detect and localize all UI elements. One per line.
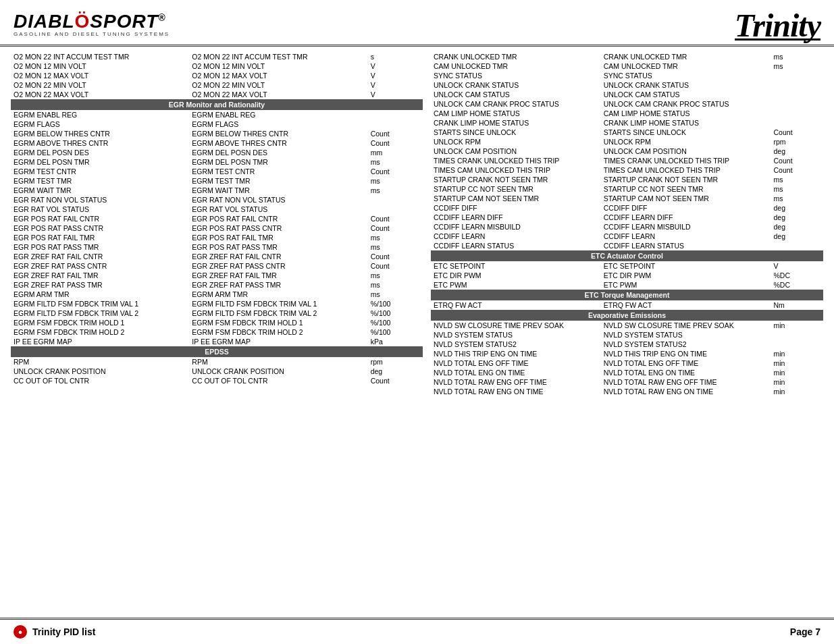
pid-unit: deg bbox=[771, 232, 823, 241]
trinity-logo: Trinity bbox=[735, 7, 820, 41]
pid-unit: V bbox=[368, 71, 423, 80]
pid-description: CCDIFF LEARN bbox=[601, 232, 771, 241]
right-column: CRANK UNLOCKED TMRCRANK UNLOCKED TMRmsCA… bbox=[431, 52, 823, 396]
pid-description: STARTUP CAM NOT SEEN TMR bbox=[601, 194, 771, 203]
pid-description: EGRM FILTD FSM FDBCK TRIM VAL 2 bbox=[189, 308, 367, 318]
pid-unit: mm bbox=[368, 148, 423, 157]
pid-description: UNLOCK RPM bbox=[601, 137, 771, 146]
pid-description: EGR ZREF RAT FAIL CNTR bbox=[189, 252, 367, 261]
table-row: EGR ZREF RAT PASS TMREGR ZREF RAT PASS T… bbox=[11, 280, 423, 290]
pid-description: NVLD TOTAL RAW ENG ON TIME bbox=[601, 387, 771, 396]
pid-name: STARTS SINCE UNLOCK bbox=[431, 128, 601, 137]
pid-description: CC OUT OF TOL CNTR bbox=[189, 376, 367, 385]
pid-name: CCDIFF LEARN MISBUILD bbox=[431, 222, 601, 232]
pid-name: EGRM FILTD FSM FDBCK TRIM VAL 1 bbox=[11, 299, 189, 308]
footer-brand-text: Trinity PID list bbox=[32, 626, 95, 637]
footer-icon: ● bbox=[14, 625, 27, 639]
pid-unit: min bbox=[771, 368, 823, 377]
pid-description: NVLD SW CLOSURE TIME PREV SOAK bbox=[601, 321, 771, 330]
pid-unit bbox=[771, 71, 823, 80]
table-row: ETC DIR PWMETC DIR PWM%DC bbox=[431, 271, 823, 280]
table-row: EGR POS RAT FAIL TMREGR POS RAT FAIL TMR… bbox=[11, 233, 423, 242]
pid-description: EGRM TEST TMR bbox=[189, 176, 367, 186]
pid-description: CCDIFF LEARN STATUS bbox=[601, 241, 771, 250]
pid-unit: rpm bbox=[368, 357, 423, 367]
pid-description: UNLOCK CAM STATUS bbox=[601, 90, 771, 99]
pid-unit: %/100 bbox=[368, 308, 423, 318]
pid-description: UNLOCK CAM CRANK PROC STATUS bbox=[601, 99, 771, 109]
pid-description: CRANK LIMP HOME STATUS bbox=[601, 118, 771, 128]
pid-name: EGRM BELOW THRES CNTR bbox=[11, 129, 189, 138]
table-row: NVLD SYSTEM STATUSNVLD SYSTEM STATUS bbox=[431, 330, 823, 340]
pid-unit: ms bbox=[368, 186, 423, 195]
pid-description: EGR RAT VOL STATUS bbox=[189, 205, 367, 214]
pid-description: EGRM FSM FDBCK TRIM HOLD 2 bbox=[189, 327, 367, 337]
etc-actuator-section-header: ETC Actuator Control bbox=[431, 250, 823, 261]
table-row: CAM UNLOCKED TMRCAM UNLOCKED TMRms bbox=[431, 61, 823, 71]
table-row: STARTUP CRANK NOT SEEN TMRSTARTUP CRANK … bbox=[431, 175, 823, 184]
pid-unit: Count bbox=[368, 223, 423, 233]
pid-unit: Nm bbox=[771, 300, 823, 310]
pid-name: UNLOCK CRANK STATUS bbox=[431, 80, 601, 90]
pid-description: EGRM ABOVE THRES CNTR bbox=[189, 138, 367, 148]
table-row: CRANK UNLOCKED TMRCRANK UNLOCKED TMRms bbox=[431, 52, 823, 61]
table-row: NVLD TOTAL RAW ENG ON TIMENVLD TOTAL RAW… bbox=[431, 387, 823, 396]
pid-unit: Count bbox=[368, 376, 423, 385]
pid-unit: ms bbox=[368, 233, 423, 242]
pid-description: ETRQ FW ACT bbox=[601, 300, 771, 310]
pid-description: EGRM ENABL REG bbox=[189, 110, 367, 119]
pid-description: ETC SETPOINT bbox=[601, 261, 771, 271]
pid-name: UNLOCK CAM POSITION bbox=[431, 146, 601, 156]
table-row: CAM LIMP HOME STATUSCAM LIMP HOME STATUS bbox=[431, 109, 823, 118]
pid-name: STARTUP CAM NOT SEEN TMR bbox=[431, 194, 601, 203]
pid-unit bbox=[368, 110, 423, 119]
pid-name: EGR ZREF RAT FAIL TMR bbox=[11, 271, 189, 280]
pid-description: EGR ZREF RAT FAIL TMR bbox=[189, 271, 367, 280]
pid-unit: ms bbox=[771, 52, 823, 61]
pid-description: EGR ZREF RAT PASS CNTR bbox=[189, 261, 367, 271]
table-row: CCDIFF DIFFCCDIFF DIFFdeg bbox=[431, 203, 823, 213]
pid-unit: ms bbox=[771, 175, 823, 184]
pid-description: UNLOCK CAM POSITION bbox=[601, 146, 771, 156]
pid-unit: deg bbox=[771, 146, 823, 156]
pid-description: TIMES CRANK UNLOCKED THIS TRIP bbox=[601, 156, 771, 165]
pid-unit: V bbox=[368, 90, 423, 99]
pid-unit: Count bbox=[368, 167, 423, 176]
pid-name: NVLD TOTAL RAW ENG OFF TIME bbox=[431, 377, 601, 387]
table-row: UNLOCK RPMUNLOCK RPMrpm bbox=[431, 137, 823, 146]
pid-unit bbox=[771, 109, 823, 118]
pid-name: NVLD TOTAL ENG ON TIME bbox=[431, 368, 601, 377]
pid-description: CAM UNLOCKED TMR bbox=[601, 61, 771, 71]
pid-unit bbox=[771, 340, 823, 349]
pid-description: EGR POS RAT PASS CNTR bbox=[189, 223, 367, 233]
table-row: NVLD SW CLOSURE TIME PREV SOAKNVLD SW CL… bbox=[431, 321, 823, 330]
pid-description: CCDIFF DIFF bbox=[601, 203, 771, 213]
table-row: EGRM ARM TMREGRM ARM TMRms bbox=[11, 290, 423, 299]
pid-description: EGRM FLAGS bbox=[189, 119, 367, 129]
pid-unit: %/100 bbox=[368, 318, 423, 327]
pid-unit: ms bbox=[368, 280, 423, 290]
table-row: EGRM BELOW THRES CNTREGRM BELOW THRES CN… bbox=[11, 129, 423, 138]
pid-unit: ms bbox=[368, 242, 423, 252]
pid-unit bbox=[368, 195, 423, 205]
pid-description: CRANK UNLOCKED TMR bbox=[601, 52, 771, 61]
table-row: EGRM FILTD FSM FDBCK TRIM VAL 2EGRM FILT… bbox=[11, 308, 423, 318]
pid-unit: V bbox=[771, 261, 823, 271]
page-footer: ● Trinity PID list Page 7 bbox=[0, 618, 834, 644]
pid-name: EGRM FILTD FSM FDBCK TRIM VAL 2 bbox=[11, 308, 189, 318]
pid-name: NVLD THIS TRIP ENG ON TIME bbox=[431, 349, 601, 358]
pid-description: TIMES CAM UNLOCKED THIS TRIP bbox=[601, 165, 771, 175]
pid-description: NVLD TOTAL ENG OFF TIME bbox=[601, 358, 771, 368]
table-row: TIMES CRANK UNLOCKED THIS TRIPTIMES CRAN… bbox=[431, 156, 823, 165]
egr-section-header: EGR Monitor and Rationality bbox=[11, 99, 423, 110]
pid-name: CCDIFF LEARN bbox=[431, 232, 601, 241]
pid-name: EGR POS RAT PASS TMR bbox=[11, 242, 189, 252]
pid-unit bbox=[771, 90, 823, 99]
pid-name: CRANK LIMP HOME STATUS bbox=[431, 118, 601, 128]
pid-unit: deg bbox=[771, 222, 823, 232]
table-row: STARTS SINCE UNLOCKSTARTS SINCE UNLOCKCo… bbox=[431, 128, 823, 137]
pid-name: EGR ZREF RAT FAIL CNTR bbox=[11, 252, 189, 261]
pid-name: NVLD SW CLOSURE TIME PREV SOAK bbox=[431, 321, 601, 330]
pid-name: ETRQ FW ACT bbox=[431, 300, 601, 310]
pid-unit: ms bbox=[368, 176, 423, 186]
